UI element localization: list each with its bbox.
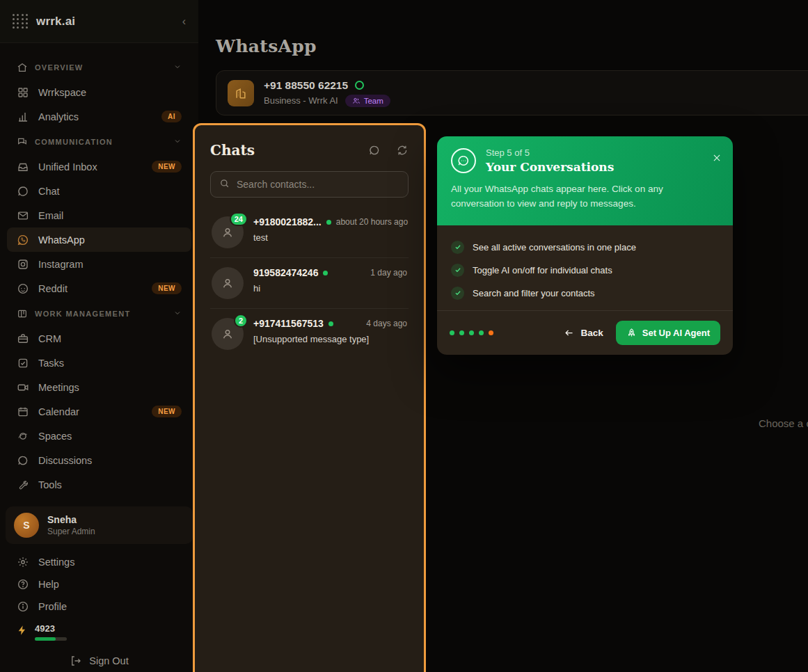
sidebar-item-whatsapp[interactable]: WhatsApp: [7, 227, 191, 252]
chat-row[interactable]: 24 +9180021882... about 20 hours ago tes…: [210, 207, 409, 258]
wrench-icon: [17, 479, 29, 491]
chat-row[interactable]: 919582474246 1 day ago hi: [210, 258, 409, 309]
new-badge: NEW: [152, 406, 182, 417]
sidebar-header: wrrk.ai ‹: [0, 0, 198, 43]
chevron-down-icon: [173, 309, 182, 319]
new-badge: NEW: [152, 161, 182, 173]
grid-icon: [17, 86, 29, 99]
sidebar-item-label: CRM: [38, 333, 61, 344]
chat-bubbles-icon: [17, 136, 28, 148]
sidebar-item-label: Wrrkspace: [38, 87, 86, 98]
sidebar-item-label: Chat: [38, 186, 60, 197]
sidebar-item-help[interactable]: Help: [7, 573, 191, 595]
setup-ai-agent-button[interactable]: Set Up AI Agent: [616, 321, 720, 345]
sidebar-item-analytics[interactable]: Analytics AI: [7, 104, 191, 129]
info-icon: [17, 600, 29, 613]
user-role: Super Admin: [47, 527, 95, 536]
business-building-icon: [228, 80, 254, 106]
connected-phone-number: +91 88550 62215: [264, 79, 348, 92]
sidebar-item-label: Analytics: [38, 111, 79, 122]
online-dot-icon: [326, 220, 331, 225]
sidebar-item-settings[interactable]: Settings: [7, 551, 191, 573]
chat-preview: [Unsupported message type]: [253, 334, 407, 344]
sidebar-item-unified-inbox[interactable]: Unified Inbox NEW: [7, 154, 191, 179]
sidebar-item-instagram[interactable]: Instagram: [7, 252, 191, 276]
discussion-bubble-icon: [17, 454, 29, 467]
new-badge: NEW: [152, 282, 182, 294]
close-icon[interactable]: [712, 153, 722, 166]
planet-icon: [17, 430, 29, 442]
whatsapp-connection-card[interactable]: +91 88550 62215 Business - Wrrk AI Team: [216, 70, 808, 115]
signout-button[interactable]: Sign Out: [0, 655, 198, 667]
contact-avatar: 2: [212, 318, 244, 350]
gear-icon: [17, 556, 29, 568]
search-input[interactable]: [237, 179, 399, 190]
inbox-icon: [17, 161, 29, 173]
contact-search[interactable]: [210, 171, 409, 198]
sidebar: wrrk.ai ‹ OVERVIEW Wrrkspace Analytics A…: [0, 0, 198, 672]
section-overview[interactable]: OVERVIEW: [7, 54, 191, 80]
online-dot-icon: [323, 271, 328, 275]
sidebar-item-reddit[interactable]: Reddit NEW: [7, 276, 191, 301]
check-icon: [451, 287, 464, 300]
sidebar-item-label: Help: [38, 579, 59, 590]
sidebar-item-label: Meetings: [38, 382, 79, 393]
sidebar-collapse-icon[interactable]: ‹: [182, 15, 186, 28]
sidebar-item-spaces[interactable]: Spaces: [7, 424, 191, 448]
checklist-item: Toggle AI on/off for individual chats: [451, 259, 719, 282]
back-button[interactable]: Back: [564, 328, 603, 338]
sidebar-item-profile[interactable]: Profile: [7, 595, 191, 618]
onboarding-tour-popup: Step 5 of 5 Your Conversations All your …: [437, 136, 733, 355]
sidebar-nav: OVERVIEW Wrrkspace Analytics AI COMMUNIC…: [0, 43, 198, 497]
sidebar-item-crm[interactable]: CRM: [7, 326, 191, 351]
page-title: WhatsApp: [216, 36, 317, 56]
check-icon: [451, 264, 464, 277]
brand-logo-icon: [13, 14, 28, 29]
contact-name: +9180021882...: [253, 216, 322, 227]
sidebar-item-tools[interactable]: Tools: [7, 472, 191, 497]
user-card[interactable]: S Sneha Super Admin: [6, 506, 193, 544]
signout-label: Sign Out: [89, 655, 128, 666]
chat-row[interactable]: 2 +917411567513 4 days ago [Unsupported …: [210, 309, 409, 359]
back-label: Back: [580, 328, 603, 338]
chats-title: Chats: [210, 142, 255, 159]
signout-icon: [70, 655, 82, 667]
bar-chart-icon: [17, 111, 29, 123]
checklist-item: See all active conversations in one plac…: [451, 236, 719, 259]
chevron-down-icon: [173, 137, 182, 147]
tour-title: Your Conversations: [486, 160, 614, 174]
section-communication[interactable]: COMMUNICATION: [7, 129, 191, 154]
unread-badge: 24: [230, 212, 248, 226]
arrow-left-icon: [564, 328, 574, 338]
sidebar-item-wrrkspace[interactable]: Wrrkspace: [7, 80, 191, 104]
sidebar-item-meetings[interactable]: Meetings: [7, 375, 191, 399]
sidebar-item-discussions[interactable]: Discussions: [7, 448, 191, 472]
new-chat-icon[interactable]: [368, 144, 381, 157]
sidebar-item-tasks[interactable]: Tasks: [7, 351, 191, 375]
whatsapp-icon: [17, 234, 29, 246]
contact-avatar: [212, 267, 244, 299]
user-name: Sneha: [47, 514, 95, 525]
refresh-icon[interactable]: [396, 144, 409, 157]
sidebar-item-label: Reddit: [38, 283, 68, 294]
sidebar-item-label: Email: [38, 210, 63, 221]
choose-conversation-hint: Choose a c: [759, 417, 808, 429]
video-camera-icon: [17, 381, 29, 394]
search-icon: [219, 178, 230, 191]
chat-timestamp: 1 day ago: [370, 268, 407, 278]
status-ring-icon: [355, 81, 364, 90]
instagram-icon: [17, 258, 29, 271]
section-work-management[interactable]: WORK MANAGEMENT: [7, 301, 191, 326]
sidebar-item-calendar[interactable]: Calendar NEW: [7, 399, 191, 424]
calendar-icon: [17, 406, 29, 418]
step-progress-dots: [450, 330, 493, 335]
sidebar-item-chat[interactable]: Chat: [7, 179, 191, 203]
chat-timestamp: about 20 hours ago: [336, 217, 408, 227]
briefcase-icon: [17, 333, 29, 345]
ai-badge: AI: [161, 111, 182, 122]
sidebar-item-label: Calendar: [38, 406, 79, 417]
section-label: WORK MANAGEMENT: [35, 310, 130, 318]
checklist-item: Search and filter your contacts: [451, 282, 719, 305]
credit-count: 4923: [35, 623, 67, 634]
sidebar-item-email[interactable]: Email: [7, 203, 191, 227]
